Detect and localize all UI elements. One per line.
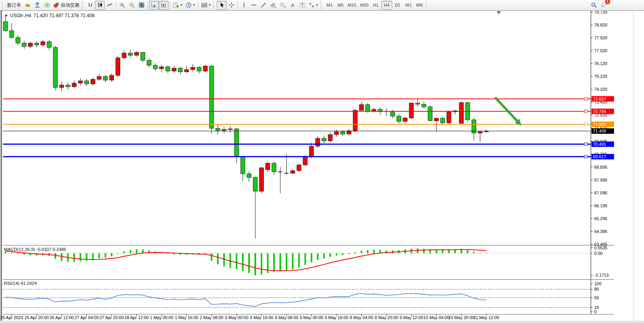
candle — [434, 118, 439, 121]
toolbar-grip[interactable] — [2, 1, 5, 9]
timeframe-mn-button[interactable]: MN — [414, 1, 425, 10]
chart-template-icon — [201, 2, 207, 8]
dropdown-caret-icon — [316, 4, 318, 6]
candle — [66, 85, 70, 86]
timeframe-m5-button[interactable]: M5 — [335, 1, 346, 10]
channel-button[interactable]: E — [268, 1, 278, 10]
dropdown-caret-icon — [180, 4, 182, 6]
arrows-button[interactable] — [307, 1, 320, 10]
candle — [53, 48, 58, 88]
trend-arrow[interactable] — [495, 97, 518, 122]
svg-text:F: F — [284, 6, 286, 8]
candle — [28, 43, 33, 46]
candle — [347, 131, 351, 134]
vertical-line-button[interactable] — [239, 1, 249, 10]
candle — [128, 53, 133, 55]
chart-canvas[interactable]: 79.72078.82077.92077.02076.12075.22074.3… — [0, 0, 644, 323]
svg-text:25 Apr 2023: 25 Apr 2023 — [0, 315, 23, 320]
chart-shift-marker[interactable] — [497, 11, 501, 14]
candle — [340, 132, 345, 134]
chevron-down-icon — [5, 15, 8, 17]
tile-windows-icon — [139, 2, 145, 8]
svg-text:0: 0 — [594, 309, 597, 314]
new-order-button[interactable]: 新订单 — [5, 1, 23, 10]
line-chart-button[interactable] — [105, 1, 114, 10]
crosshair-icon — [228, 2, 235, 8]
chart-shift-button[interactable] — [159, 1, 168, 10]
svg-text:75.220: 75.220 — [594, 74, 607, 79]
candle — [41, 42, 45, 45]
candle — [160, 67, 164, 69]
candle — [16, 37, 20, 43]
candle — [141, 53, 145, 60]
svg-text:76.120: 76.120 — [594, 61, 607, 66]
text-button[interactable]: A — [288, 1, 297, 10]
text-label-button[interactable]: T — [297, 1, 307, 10]
candle — [322, 138, 326, 141]
macd-signal-line — [5, 249, 486, 270]
annotations-layer[interactable] — [495, 11, 521, 125]
horizontal-line-button[interactable] — [249, 1, 258, 10]
crosshair-button[interactable] — [226, 1, 236, 10]
svg-text:77.920: 77.920 — [594, 35, 607, 40]
svg-text:74.320: 74.320 — [594, 87, 607, 92]
svg-text:5 May 00:00: 5 May 00:00 — [300, 315, 323, 320]
pane-frames — [0, 11, 644, 314]
notification-badge: 1 — [605, 0, 611, 5]
fibonacci-button[interactable]: F — [278, 1, 288, 10]
cursor-button[interactable] — [217, 1, 226, 10]
candle — [60, 85, 64, 87]
add-indicator-button[interactable] — [171, 1, 184, 10]
svg-text:67.095: 67.095 — [594, 191, 607, 195]
search-icon — [591, 2, 597, 8]
candle — [22, 43, 26, 46]
svg-text:77.020: 77.020 — [594, 48, 607, 53]
timeframe-h1-button[interactable]: H1 — [370, 1, 381, 10]
zoom-in-button[interactable] — [117, 1, 127, 10]
candlestick-chart-button[interactable] — [95, 1, 105, 10]
candle — [309, 146, 314, 156]
candle — [353, 110, 357, 131]
candle — [184, 70, 189, 72]
templates-button[interactable] — [200, 1, 212, 10]
notifications-button[interactable]: 1 — [598, 1, 608, 10]
candle — [191, 67, 195, 70]
toolbar-grip[interactable] — [82, 1, 84, 9]
svg-text:10 May 04:00: 10 May 04:00 — [423, 315, 449, 320]
candle — [84, 81, 89, 84]
zoom-out-button[interactable] — [127, 1, 137, 10]
timeframe-d1-button[interactable]: D1 — [392, 1, 403, 10]
svg-text:70.491: 70.491 — [593, 142, 606, 146]
timeframe-m1-button[interactable]: M1 — [324, 1, 335, 10]
svg-text:3 May 00:00: 3 May 00:00 — [225, 315, 249, 320]
candle — [4, 22, 8, 31]
svg-text:4 May 08:00: 4 May 08:00 — [275, 315, 298, 320]
candle — [203, 66, 207, 71]
toolbar: 新订单 — [0, 0, 644, 11]
toolbar-grip[interactable] — [213, 1, 216, 9]
timeframe-m30-button[interactable]: M30 — [358, 1, 370, 10]
signals-button[interactable] — [42, 1, 52, 10]
toolbar-grip[interactable] — [321, 1, 323, 9]
auto-scroll-button[interactable] — [149, 1, 159, 10]
timeframe-h4-button[interactable]: H4 — [381, 1, 392, 10]
tile-windows-button[interactable] — [137, 1, 146, 10]
candle — [35, 43, 39, 45]
periods-button[interactable] — [184, 1, 197, 10]
svg-text:8 May 04:00: 8 May 04:00 — [350, 315, 374, 320]
gold-button[interactable] — [23, 1, 32, 10]
candles-layer — [4, 16, 489, 238]
auto-trading-label: 自动交易 — [61, 2, 79, 9]
chart-title[interactable]: USOil-,H4 71.420 71.497 71.378 71.408 — [5, 13, 95, 18]
candle — [147, 60, 151, 65]
bar-chart-button[interactable] — [85, 1, 95, 10]
timeframe-m15-button[interactable]: M15 — [346, 1, 358, 10]
search-button[interactable] — [589, 1, 598, 10]
trendline-button[interactable] — [258, 1, 268, 10]
timeframe-w1-button[interactable]: W1 — [403, 1, 414, 10]
line-handle — [584, 123, 587, 125]
auto-trading-button[interactable]: 自动交易 — [52, 1, 81, 10]
candle — [459, 102, 463, 123]
support-button[interactable] — [32, 1, 42, 10]
line-handle — [584, 110, 587, 113]
